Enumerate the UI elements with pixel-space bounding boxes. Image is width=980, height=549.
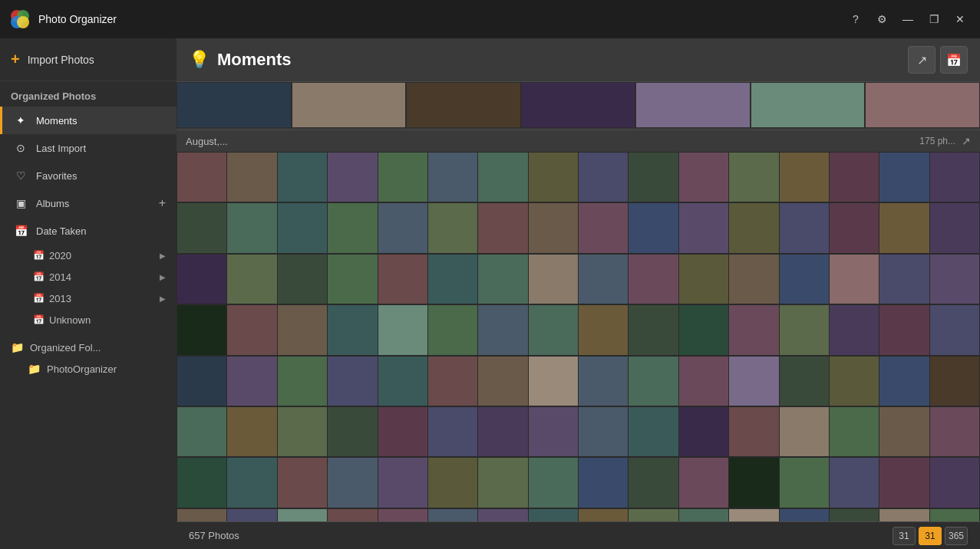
list-item[interactable]: [679, 203, 728, 252]
list-item[interactable]: [278, 305, 327, 354]
list-item[interactable]: [879, 305, 929, 354]
month-view-button[interactable]: 31: [919, 527, 942, 545]
list-item[interactable]: [278, 509, 327, 521]
list-item[interactable]: [679, 305, 728, 354]
list-item[interactable]: [679, 509, 728, 521]
list-item[interactable]: [177, 509, 226, 521]
list-item[interactable]: [729, 305, 778, 354]
year-view-button[interactable]: 365: [945, 527, 968, 545]
list-item[interactable]: [679, 458, 728, 507]
list-item[interactable]: [729, 255, 778, 304]
list-item[interactable]: [679, 153, 728, 202]
sidebar-item-2014[interactable]: 📅 2014 ▶: [0, 266, 177, 288]
list-item[interactable]: [177, 83, 291, 127]
list-item[interactable]: [930, 305, 979, 354]
list-item[interactable]: [930, 255, 979, 304]
list-item[interactable]: [729, 153, 778, 202]
sidebar-item-organized-folder[interactable]: 📁 Organized Fol...: [11, 337, 166, 358]
import-photos-button[interactable]: + Import Photos: [0, 38, 177, 81]
list-item[interactable]: [478, 357, 527, 406]
list-item[interactable]: [930, 407, 979, 456]
list-item[interactable]: [879, 509, 929, 521]
list-item[interactable]: [679, 407, 728, 456]
list-item[interactable]: [428, 255, 477, 304]
list-item[interactable]: [278, 458, 327, 507]
day-view-button[interactable]: 31: [893, 527, 916, 545]
list-item[interactable]: [227, 509, 276, 521]
list-item[interactable]: [177, 357, 226, 406]
list-item[interactable]: [830, 203, 879, 252]
list-item[interactable]: [529, 255, 578, 304]
list-item[interactable]: [278, 357, 327, 406]
list-item[interactable]: [780, 509, 829, 521]
list-item[interactable]: [428, 458, 477, 507]
list-item[interactable]: [879, 458, 929, 507]
list-item[interactable]: [930, 203, 979, 252]
list-item[interactable]: [830, 407, 879, 456]
list-item[interactable]: [529, 458, 578, 507]
list-item[interactable]: [177, 305, 226, 354]
list-item[interactable]: [780, 407, 829, 456]
list-item[interactable]: [529, 357, 578, 406]
list-item[interactable]: [629, 407, 678, 456]
photo-scroll-area[interactable]: August,... 175 ph... ↗: [177, 82, 980, 521]
list-item[interactable]: [729, 203, 778, 252]
list-item[interactable]: [780, 305, 829, 354]
list-item[interactable]: [579, 357, 628, 406]
list-item[interactable]: [529, 407, 578, 456]
list-item[interactable]: [780, 357, 829, 406]
list-item[interactable]: [428, 407, 477, 456]
list-item[interactable]: [378, 203, 427, 252]
share-button[interactable]: ↗: [908, 46, 935, 74]
calendar-view-button[interactable]: 📅: [940, 46, 968, 74]
list-item[interactable]: [227, 255, 276, 304]
list-item[interactable]: [930, 357, 979, 406]
list-item[interactable]: [407, 83, 520, 127]
list-item[interactable]: [866, 83, 979, 127]
list-item[interactable]: [579, 458, 628, 507]
list-item[interactable]: [328, 305, 377, 354]
list-item[interactable]: [278, 255, 327, 304]
list-item[interactable]: [780, 255, 829, 304]
list-item[interactable]: [227, 203, 276, 252]
list-item[interactable]: [278, 153, 327, 202]
list-item[interactable]: [328, 509, 377, 521]
list-item[interactable]: [428, 305, 477, 354]
list-item[interactable]: [629, 203, 678, 252]
list-item[interactable]: [177, 203, 226, 252]
list-item[interactable]: [830, 255, 879, 304]
list-item[interactable]: [729, 357, 778, 406]
list-item[interactable]: [729, 509, 778, 521]
list-item[interactable]: [830, 153, 879, 202]
list-item[interactable]: [780, 203, 829, 252]
list-item[interactable]: [579, 255, 628, 304]
list-item[interactable]: [522, 83, 635, 127]
help-button[interactable]: ?: [845, 8, 866, 30]
sidebar-item-favorites[interactable]: ♡ Favorites: [0, 162, 177, 189]
list-item[interactable]: [930, 458, 979, 507]
list-item[interactable]: [177, 407, 226, 456]
list-item[interactable]: [378, 305, 427, 354]
list-item[interactable]: [227, 407, 276, 456]
list-item[interactable]: [227, 153, 276, 202]
list-item[interactable]: [629, 357, 678, 406]
list-item[interactable]: [529, 305, 578, 354]
sidebar-item-albums[interactable]: ▣ Albums +: [0, 189, 177, 217]
list-item[interactable]: [529, 509, 578, 521]
list-item[interactable]: [227, 305, 276, 354]
list-item[interactable]: [177, 153, 226, 202]
list-item[interactable]: [579, 509, 628, 521]
list-item[interactable]: [328, 153, 377, 202]
sidebar-item-unknown[interactable]: 📅 Unknown: [0, 309, 177, 330]
list-item[interactable]: [292, 83, 406, 127]
list-item[interactable]: [478, 509, 527, 521]
list-item[interactable]: [879, 255, 929, 304]
list-item[interactable]: [751, 83, 865, 127]
list-item[interactable]: [529, 153, 578, 202]
list-item[interactable]: [478, 305, 527, 354]
list-item[interactable]: [328, 255, 377, 304]
list-item[interactable]: [729, 458, 778, 507]
list-item[interactable]: [636, 83, 750, 127]
list-item[interactable]: [579, 407, 628, 456]
list-item[interactable]: [278, 203, 327, 252]
